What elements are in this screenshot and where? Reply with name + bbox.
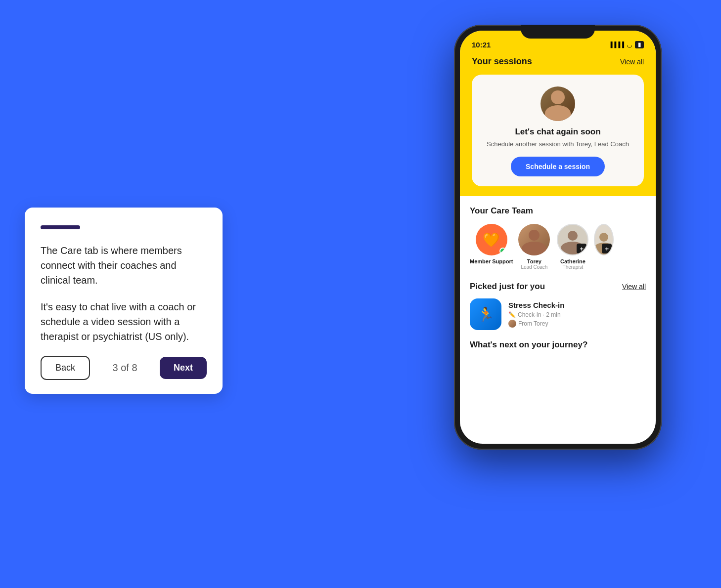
- catherine-avatar: +: [557, 224, 588, 255]
- torey-role: Lead Coach: [521, 264, 547, 270]
- session-card-subtitle: Schedule another session with Torey, Lea…: [487, 140, 629, 149]
- picked-title: Picked just for you: [470, 282, 545, 292]
- status-icons: ▐▐▐▐ ◟◞ ▮: [609, 41, 644, 48]
- picked-item-info: Stress Check-in ✏️ Check-in · 2 min From…: [508, 301, 646, 328]
- phone-outer-frame: 10:21 ▐▐▐▐ ◟◞ ▮ Your sessions View all: [454, 25, 662, 450]
- picked-item-icon: 🏃: [470, 298, 501, 330]
- sessions-header: Your sessions View all: [472, 56, 644, 67]
- care-team-member-support[interactable]: 🧡 Member Support: [470, 224, 513, 270]
- phone-yellow-header: Your sessions View all Let's chat again …: [460, 52, 656, 196]
- status-time: 10:21: [472, 41, 491, 49]
- tooltip-navigation: Back 3 of 8 Next: [41, 356, 207, 380]
- member-support-name: Member Support: [470, 258, 513, 264]
- torey-name: Torey: [527, 258, 541, 264]
- phone-mockup: 10:21 ▐▐▐▐ ◟◞ ▮ Your sessions View all: [454, 25, 662, 450]
- picked-view-all[interactable]: View all: [622, 283, 646, 291]
- care-team-member-psych[interactable]: +: [594, 224, 614, 270]
- journey-title: What's next on your journey?: [470, 340, 646, 350]
- wifi-icon: ◟◞: [627, 41, 632, 48]
- catherine-name: Catherine: [560, 258, 586, 264]
- tooltip-header-bar: [41, 225, 80, 229]
- care-team-title: Your Care Team: [470, 206, 646, 216]
- from-avatar: [508, 320, 516, 328]
- schedule-session-button[interactable]: Schedule a session: [511, 157, 605, 176]
- catherine-role: Therapist: [563, 264, 584, 270]
- pencil-icon: ✏️: [508, 311, 516, 318]
- tooltip-paragraph-1: The Care tab is where members connect wi…: [41, 243, 207, 288]
- care-team-member-torey[interactable]: Torey Lead Coach: [517, 224, 551, 270]
- sessions-title: Your sessions: [472, 56, 532, 67]
- online-indicator: [499, 248, 506, 254]
- picked-item-title: Stress Check-in: [508, 301, 646, 309]
- next-button[interactable]: Next: [160, 357, 207, 379]
- psych-avatar: +: [594, 224, 614, 255]
- picked-card[interactable]: 🏃 Stress Check-in ✏️ Check-in · 2 min Fr…: [470, 298, 646, 330]
- plus-icon: +: [577, 244, 586, 253]
- picked-header: Picked just for you View all: [470, 282, 646, 292]
- heart-icon: 🧡: [483, 232, 500, 248]
- phone-white-content: Your Care Team 🧡 Member Support: [460, 196, 656, 360]
- picked-item-meta: ✏️ Check-in · 2 min: [508, 311, 646, 318]
- care-team-member-catherine[interactable]: + Catherine Therapist: [555, 224, 590, 270]
- stress-checkin-icon: 🏃: [477, 306, 495, 323]
- torey-avatar: [518, 224, 550, 255]
- phone-notch: [521, 25, 595, 39]
- step-indicator: 3 of 8: [112, 362, 137, 374]
- journey-section: What's next on your journey?: [470, 340, 646, 350]
- tooltip-paragraph-2: It's easy to chat live with a coach or s…: [41, 299, 207, 344]
- session-card-title: Let's chat again soon: [515, 127, 600, 137]
- signal-icon: ▐▐▐▐: [609, 42, 624, 47]
- phone-screen: 10:21 ▐▐▐▐ ◟◞ ▮ Your sessions View all: [460, 31, 656, 444]
- care-team-row: 🧡 Member Support Torey: [470, 224, 646, 270]
- therapist-avatar: [541, 86, 575, 121]
- tooltip-card: The Care tab is where members connect wi…: [25, 208, 223, 394]
- battery-icon: ▮: [635, 41, 644, 48]
- session-card: Let's chat again soon Schedule another s…: [472, 75, 644, 186]
- back-button[interactable]: Back: [41, 356, 90, 380]
- sessions-view-all[interactable]: View all: [620, 58, 644, 66]
- member-support-avatar: 🧡: [476, 224, 507, 255]
- picked-item-from: From Torey: [508, 320, 646, 328]
- psych-plus-icon: +: [602, 244, 612, 253]
